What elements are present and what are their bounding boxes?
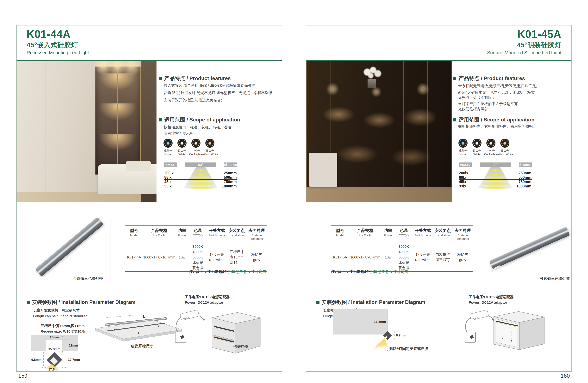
cell-size: 1000×17.8×8.7mm	[350, 255, 380, 260]
light-color-cn: 超白光	[470, 149, 484, 153]
distance-value: 500mm	[224, 175, 237, 180]
light-color-cn: 暖白光	[203, 149, 217, 153]
col-header-cn: 安装要点	[227, 228, 247, 233]
install-header-label: 安装参数图 / Installation Parameter Diagram	[32, 299, 135, 306]
light-color-cn: 中性光	[484, 149, 498, 153]
distance-value: 1000mm	[516, 184, 531, 189]
recess-note-cn: 开槽尺寸:宽16mm,深11mm	[41, 324, 84, 328]
col-header-en: CCT(K)	[395, 234, 413, 237]
col-header-cn: 表面处理	[247, 228, 267, 233]
beam-angle-bar: 90°	[480, 162, 511, 167]
section-bullet-icon	[159, 77, 162, 80]
photo-spotlights	[306, 61, 452, 202]
feature-line: 嵌入式安装,简单便捷,高端无氧铜端子线极简灰铝面处理;	[164, 83, 256, 88]
install-header-label: 安装参数图 / Installation Parameter Diagram	[322, 299, 425, 306]
scope-header: 适用范围 / Scope of application	[159, 116, 240, 123]
profile-caption: 可选做三色温灯带	[534, 276, 572, 281]
cell-power: 10w	[179, 255, 185, 260]
col-header-en: Power	[381, 234, 395, 237]
divider-dashed	[478, 219, 478, 282]
product-photo-left	[17, 61, 156, 202]
light-color-en: Cool White	[484, 153, 498, 156]
scope-line: 橱柜柜底柜内、柜沿、衣柜、高柜、酒柜	[164, 125, 231, 130]
dim-label: 16mm	[50, 335, 59, 339]
dim-label: 8.7mm	[396, 334, 406, 337]
size-note-custom: 其他任意尺寸可定制	[373, 269, 408, 274]
light-color-icon: 中性光 Cool White	[484, 139, 498, 156]
sun-icon	[500, 139, 509, 148]
light-color-icons: 冰蓝光 Basket 超白光 White 中性光 Cool White 暖白光 …	[161, 139, 219, 156]
light-color-en: Cool White	[189, 153, 203, 156]
cabinet-caption: 卡进灯槽	[227, 344, 254, 349]
light-color-cn: 暖白光	[498, 149, 512, 153]
features-header: 产品特点 / Product features	[453, 75, 525, 82]
profile-product-image	[36, 219, 101, 274]
cell-model: K01-44A	[127, 255, 141, 260]
col-header-cn: 产品规格	[143, 228, 175, 233]
light-color-icon: 超白光 White	[470, 139, 484, 156]
kelvin-bar: 6500K	[459, 162, 472, 167]
feature-line: 无光点、柔和不刺眼；	[458, 95, 495, 100]
page-header-left: K01-44A 45°嵌入式硅胶灯 Recessed Mounting Led …	[27, 29, 89, 55]
lux-value: 33lx	[164, 184, 172, 189]
col-header-en: CCT(K)	[189, 234, 207, 237]
feature-line: 全系标配无氧铜线,无须开槽,安装便捷,用途广泛;	[458, 83, 537, 88]
recess-section-diagram: 16mm 11mm 15.8mm 9.8mm 10.7mm 17.8mm	[27, 335, 95, 371]
col-header-cn: 表面处理	[453, 228, 473, 233]
adaptor-socket-diagram	[462, 307, 495, 347]
power-note-cn: 工作电压:DC12V电源适配器	[185, 295, 230, 300]
cell-size: 1000×17.8×10.7mm	[143, 255, 175, 260]
feature-line: 当灯条应用在层板的下方于板边平齐	[458, 101, 518, 106]
scope-line: 橱柜柜底柜内、衣柜柜底柜内、商用空间照明。	[458, 124, 537, 129]
feature-line: 斜角45°硅胶柔光，见光不见灯，迷你型、极窄	[458, 90, 535, 95]
model-title: K01-45A	[487, 29, 561, 39]
distance-value: 750mm	[519, 180, 531, 184]
cell-install: 开槽尺寸 宽16mm 深16mm	[230, 249, 244, 265]
feature-line: 安装于预开的槽里,与槽边完美贴合;	[164, 98, 222, 103]
scope-line: 等商业空间展示柜。	[164, 131, 197, 136]
spec-table: 型号Model 产品规格L x D x H 功率Power 色温CCT(K) 开…	[125, 225, 267, 272]
spec-table-row: K01-44A 1000×17.8×10.7mm 10w 3000K 4000K…	[125, 243, 267, 272]
profile-caption: 可选做三色温灯带	[67, 276, 109, 281]
dim-label: 9.8mm	[31, 358, 42, 362]
col-header-cn: 功率	[381, 228, 395, 233]
distance-value: 250mm	[519, 171, 531, 175]
col-header-en: L x D x H	[143, 234, 175, 237]
section-bullet-icon	[27, 301, 30, 304]
page-right: K01-45A 45°明装硅胶灯 Surface Mounted Silicon…	[306, 25, 572, 372]
lux-value: 88lx	[164, 175, 172, 180]
col-header-en: Surface treatment	[247, 234, 267, 241]
col-header-en: Switch mode	[413, 234, 433, 237]
feature-line: 光效便往柜内照射；	[458, 107, 492, 112]
size-note-prefix: 注: 以上尺寸为常规尺寸	[189, 269, 231, 274]
section-bullet-icon	[316, 301, 319, 304]
distance-value: 500mm	[519, 175, 531, 180]
spec-table: 型号Model 产品规格L x D x H 功率Power 色温CCT(K) 开…	[331, 225, 473, 272]
light-color-icon: 中性光 Cool White	[189, 139, 203, 156]
sun-icon	[472, 139, 482, 148]
page-number-left: 159	[18, 373, 27, 379]
lux-value: 200lx	[459, 171, 468, 175]
subtitle-en: Recessed Mounting Led Light	[27, 50, 89, 55]
col-header-cn: 开关方式	[413, 228, 433, 233]
feature-line: 斜角45°防炫目设计,见光不见灯,迷你型极窄、无光点、柔和不刺眼;	[164, 90, 273, 95]
sun-icon	[205, 139, 214, 148]
dim-label: 10.7mm	[68, 358, 80, 362]
col-header-cn: 开关方式	[207, 228, 227, 233]
cell-model: K01-45A	[333, 255, 347, 260]
section-separator-dashed	[306, 295, 571, 295]
recess-note-en: Recess size: W16.8*D10.8mm	[41, 329, 91, 334]
light-color-icon: 超白光 White	[175, 139, 189, 156]
lux-value: 45lx	[164, 180, 172, 184]
features-header-label: 产品特点 / Product features	[459, 75, 525, 82]
cell-surface: 极简灰 grey	[251, 252, 262, 263]
install-header: 安装参数图 / Installation Parameter Diagram	[27, 299, 135, 306]
divider-dashed	[110, 219, 111, 282]
light-color-en: Warm White	[203, 153, 217, 156]
size-note: 注: 以上尺寸为常规尺寸 其他任意尺寸可定制	[125, 269, 267, 274]
col-header-en: Installation	[433, 234, 453, 237]
groove-length-label: L	[138, 331, 140, 335]
sun-icon	[486, 139, 495, 148]
header-rule	[306, 60, 571, 61]
header-rule	[17, 60, 282, 61]
